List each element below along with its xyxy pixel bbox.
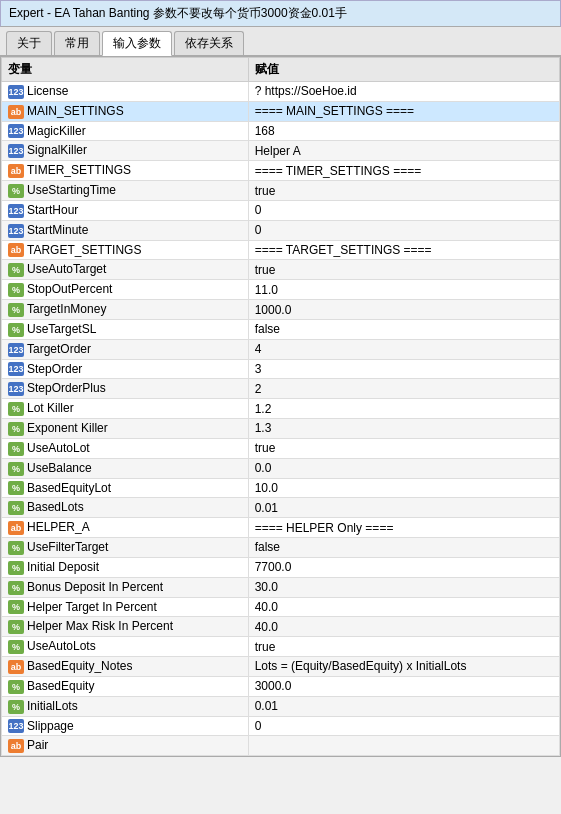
- param-name-cell: %UseFilterTarget: [2, 538, 249, 558]
- tab-about[interactable]: 关于: [6, 31, 52, 55]
- table-row[interactable]: 123SignalKillerHelper A: [2, 141, 560, 161]
- param-name: Pair: [27, 738, 48, 752]
- table-row[interactable]: %Helper Max Risk In Percent40.0: [2, 617, 560, 637]
- type-icon: 123: [8, 362, 24, 376]
- param-name: TargetInMoney: [27, 302, 106, 316]
- param-name: BasedEquityLot: [27, 481, 111, 495]
- table-row[interactable]: %UseBalance0.0: [2, 458, 560, 478]
- table-row[interactable]: %Bonus Deposit In Percent30.0: [2, 577, 560, 597]
- param-value-cell: false: [248, 319, 559, 339]
- title-bar: Expert - EA Tahan Banting 参数不要改每个货币3000资…: [0, 0, 561, 27]
- table-row[interactable]: abTIMER_SETTINGS==== TIMER_SETTINGS ====: [2, 161, 560, 181]
- param-name-cell: %StopOutPercent: [2, 280, 249, 300]
- params-table: 变量 赋值 123License? https://SoeHoe.idabMAI…: [1, 57, 560, 756]
- table-row[interactable]: 123StepOrder3: [2, 359, 560, 379]
- param-value-cell: 0: [248, 716, 559, 736]
- param-value-cell: Lots = (Equity/BasedEquity) x InitialLot…: [248, 657, 559, 677]
- table-row[interactable]: 123TargetOrder4: [2, 339, 560, 359]
- table-row[interactable]: %BasedLots0.01: [2, 498, 560, 518]
- table-row[interactable]: abBasedEquity_NotesLots = (Equity/BasedE…: [2, 657, 560, 677]
- table-row[interactable]: %Helper Target In Percent40.0: [2, 597, 560, 617]
- tab-inputs[interactable]: 输入参数: [102, 31, 172, 56]
- param-name: UseFilterTarget: [27, 540, 108, 554]
- table-row[interactable]: %UseAutoTargettrue: [2, 260, 560, 280]
- param-name-cell: %BasedLots: [2, 498, 249, 518]
- type-icon: ab: [8, 164, 24, 178]
- param-name: Lot Killer: [27, 401, 74, 415]
- param-value-cell: 2: [248, 379, 559, 399]
- param-name-cell: %Helper Target In Percent: [2, 597, 249, 617]
- table-row[interactable]: abMAIN_SETTINGS==== MAIN_SETTINGS ====: [2, 101, 560, 121]
- table-row[interactable]: 123StartMinute0: [2, 220, 560, 240]
- type-icon: ab: [8, 660, 24, 674]
- param-value-cell: 40.0: [248, 617, 559, 637]
- table-row[interactable]: abHELPER_A==== HELPER Only ====: [2, 518, 560, 538]
- type-icon: %: [8, 620, 24, 634]
- table-row[interactable]: %TargetInMoney1000.0: [2, 300, 560, 320]
- type-icon: ab: [8, 739, 24, 753]
- param-value-cell: true: [248, 260, 559, 280]
- param-name-cell: 123StartHour: [2, 200, 249, 220]
- table-row[interactable]: %UseStartingTimetrue: [2, 181, 560, 201]
- table-row[interactable]: %UseAutoLottrue: [2, 438, 560, 458]
- param-value-cell: ==== TARGET_SETTINGS ====: [248, 240, 559, 260]
- table-row[interactable]: 123License? https://SoeHoe.id: [2, 82, 560, 102]
- param-name: UseAutoLot: [27, 441, 90, 455]
- param-name-cell: %UseAutoLots: [2, 637, 249, 657]
- param-name: BasedEquity: [27, 679, 94, 693]
- table-row[interactable]: %BasedEquityLot10.0: [2, 478, 560, 498]
- param-name-cell: %BasedEquityLot: [2, 478, 249, 498]
- param-name: MAIN_SETTINGS: [27, 104, 124, 118]
- type-icon: %: [8, 184, 24, 198]
- type-icon: %: [8, 442, 24, 456]
- param-value-cell: ==== MAIN_SETTINGS ====: [248, 101, 559, 121]
- tab-dependencies[interactable]: 依存关系: [174, 31, 244, 55]
- type-icon: 123: [8, 204, 24, 218]
- table-row[interactable]: %StopOutPercent11.0: [2, 280, 560, 300]
- type-icon: %: [8, 640, 24, 654]
- table-row[interactable]: %UseTargetSLfalse: [2, 319, 560, 339]
- param-value-cell: 0: [248, 220, 559, 240]
- param-name-cell: %Helper Max Risk In Percent: [2, 617, 249, 637]
- type-icon: 123: [8, 719, 24, 733]
- table-row[interactable]: 123MagicKiller168: [2, 121, 560, 141]
- type-icon: %: [8, 680, 24, 694]
- table-row[interactable]: 123StartHour0: [2, 200, 560, 220]
- table-row[interactable]: 123Slippage0: [2, 716, 560, 736]
- param-value-cell: 7700.0: [248, 557, 559, 577]
- param-value-cell: Helper A: [248, 141, 559, 161]
- table-row[interactable]: %UseAutoLotstrue: [2, 637, 560, 657]
- param-value-cell: true: [248, 181, 559, 201]
- tab-common[interactable]: 常用: [54, 31, 100, 55]
- param-name-cell: %UseBalance: [2, 458, 249, 478]
- param-name-cell: %UseAutoLot: [2, 438, 249, 458]
- type-icon: %: [8, 283, 24, 297]
- param-name: HELPER_A: [27, 520, 90, 534]
- param-name-cell: %BasedEquity: [2, 676, 249, 696]
- type-icon: ab: [8, 243, 24, 257]
- param-name: TARGET_SETTINGS: [27, 243, 141, 257]
- param-name: Initial Deposit: [27, 560, 99, 574]
- table-row[interactable]: 123StepOrderPlus2: [2, 379, 560, 399]
- table-row[interactable]: %Exponent Killer1.3: [2, 419, 560, 439]
- table-row[interactable]: %Lot Killer1.2: [2, 399, 560, 419]
- type-icon: 123: [8, 85, 24, 99]
- type-icon: 123: [8, 124, 24, 138]
- table-row[interactable]: abPair: [2, 736, 560, 756]
- param-name: UseBalance: [27, 461, 92, 475]
- param-name: License: [27, 84, 68, 98]
- table-row[interactable]: %UseFilterTargetfalse: [2, 538, 560, 558]
- param-name-cell: 123MagicKiller: [2, 121, 249, 141]
- table-row[interactable]: %InitialLots0.01: [2, 696, 560, 716]
- param-value-cell: 1000.0: [248, 300, 559, 320]
- param-name-cell: %UseTargetSL: [2, 319, 249, 339]
- table-row[interactable]: %BasedEquity3000.0: [2, 676, 560, 696]
- param-name-cell: 123StartMinute: [2, 220, 249, 240]
- param-name: Bonus Deposit In Percent: [27, 580, 163, 594]
- param-name: StartMinute: [27, 223, 88, 237]
- param-value-cell: 40.0: [248, 597, 559, 617]
- param-value-cell: true: [248, 637, 559, 657]
- table-row[interactable]: %Initial Deposit7700.0: [2, 557, 560, 577]
- table-row[interactable]: abTARGET_SETTINGS==== TARGET_SETTINGS ==…: [2, 240, 560, 260]
- param-value-cell: true: [248, 438, 559, 458]
